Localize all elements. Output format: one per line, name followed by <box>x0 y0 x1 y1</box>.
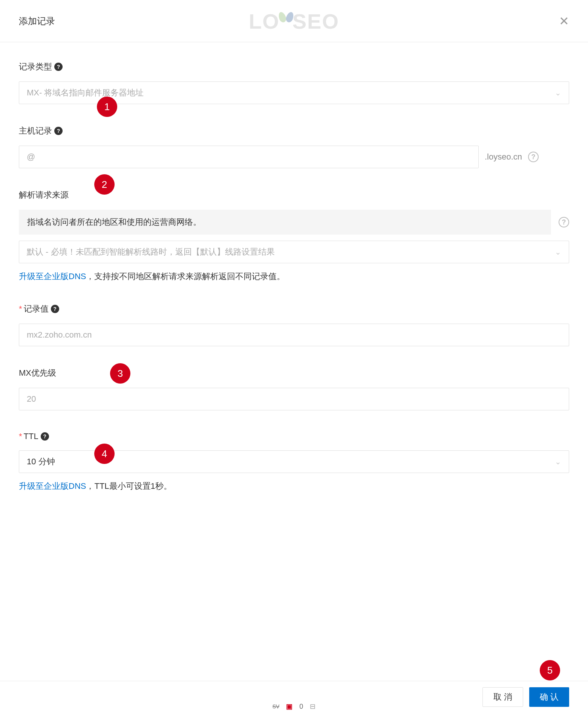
request-source-group: 解析请求来源 指域名访问者所在的地区和使用的运营商网络。 ? 默认 - 必填！未… <box>19 189 569 282</box>
mx-priority-group: MX优先级 <box>19 367 569 410</box>
host-record-input[interactable] <box>19 146 479 168</box>
logo-y-icon <box>278 11 294 32</box>
chevron-down-icon: ⌄ <box>555 457 561 466</box>
help-outline-icon[interactable]: ? <box>559 217 569 227</box>
dialog-header: 添加记录 LO SEO ✕ <box>0 0 588 42</box>
help-icon[interactable]: ? <box>51 305 59 313</box>
host-record-group: 主机记录 ? .loyseo.cn ? <box>19 125 569 168</box>
request-source-select[interactable]: 默认 - 必填！未匹配到智能解析线路时，返回【默认】线路设置结果 ⌄ <box>19 241 569 263</box>
annotation-badge-3: 3 <box>110 363 130 384</box>
dialog-content: 记录类型 ? MX- 将域名指向邮件服务器地址 ⌄ 主机记录 ? .loyseo… <box>0 42 588 492</box>
request-source-hint: 升级至企业版DNS，支持按不同地区解析请求来源解析返回不同记录值。 <box>19 271 569 282</box>
dialog-title: 添加记录 <box>19 15 55 27</box>
host-record-label: 主机记录 ? <box>19 125 569 137</box>
record-value-group: * 记录值 ? <box>19 303 569 346</box>
upgrade-dns-link[interactable]: 升级至企业版DNS <box>19 481 86 491</box>
mx-priority-input[interactable] <box>19 388 569 410</box>
ttl-label: * TTL ? <box>19 432 569 441</box>
record-value-label: * 记录值 ? <box>19 303 569 315</box>
confirm-button[interactable]: 确 认 <box>529 687 569 707</box>
required-mark: * <box>19 304 22 314</box>
record-value-input[interactable] <box>19 324 569 346</box>
help-icon[interactable]: ? <box>54 63 63 71</box>
record-type-label: 记录类型 ? <box>19 61 569 72</box>
ttl-value: 10 分钟 <box>27 456 55 467</box>
host-record-row: .loyseo.cn ? <box>19 146 569 168</box>
ttl-hint: 升级至企业版DNS，TTL最小可设置1秒。 <box>19 481 569 492</box>
close-icon[interactable]: ✕ <box>559 14 569 28</box>
annotation-badge-1: 1 <box>97 97 117 117</box>
request-source-info-wrap: 指域名访问者所在的地区和使用的运营商网络。 ? <box>19 210 569 235</box>
domain-suffix: .loyseo.cn <box>485 152 522 162</box>
record-type-group: 记录类型 ? MX- 将域名指向邮件服务器地址 ⌄ <box>19 61 569 104</box>
help-icon[interactable]: ? <box>41 432 49 441</box>
statusbar-partial: SV ▣ 0 ⊟ <box>273 702 316 711</box>
upgrade-dns-link[interactable]: 升级至企业版DNS <box>19 272 86 281</box>
chevron-down-icon: ⌄ <box>555 88 561 97</box>
annotation-badge-2: 2 <box>94 174 115 195</box>
annotation-badge-4: 4 <box>94 444 115 464</box>
required-mark: * <box>19 432 22 441</box>
request-source-value: 默认 - 必填！未匹配到智能解析线路时，返回【默认】线路设置结果 <box>27 246 275 258</box>
help-icon[interactable]: ? <box>54 127 63 135</box>
help-outline-icon[interactable]: ? <box>528 152 539 162</box>
watermark-logo: LO SEO <box>249 9 339 33</box>
annotation-badge-5: 5 <box>540 660 560 680</box>
cancel-button[interactable]: 取 消 <box>482 687 523 707</box>
record-type-value: MX- 将域名指向邮件服务器地址 <box>27 87 144 98</box>
request-source-info: 指域名访问者所在的地区和使用的运营商网络。 <box>19 210 551 235</box>
chevron-down-icon: ⌄ <box>555 247 561 256</box>
mx-priority-label: MX优先级 <box>19 367 569 379</box>
